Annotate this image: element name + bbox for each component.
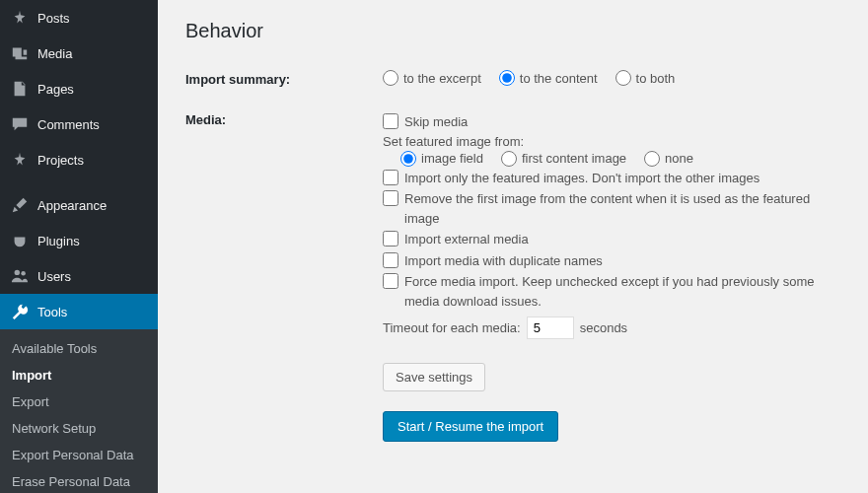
import-summary-row: Import summary: to the excerpt to the co… [185,70,840,87]
pin-icon [10,150,30,170]
radio-none[interactable] [644,151,660,167]
remove-first-checkbox[interactable] [383,190,398,206]
import-dup-checkbox[interactable] [383,252,398,268]
timeout-input[interactable] [527,317,574,339]
sidebar-label: Appearance [37,198,107,213]
users-icon [10,266,30,286]
import-external-line[interactable]: Import external media [383,230,840,249]
import-dup-line[interactable]: Import media with duplicate names [383,251,840,271]
page-title: Behavior [185,20,840,42]
featured-opt-none[interactable]: none [644,151,693,167]
import-external-checkbox[interactable] [383,231,398,246]
save-settings-button[interactable]: Save settings [383,363,485,391]
sidebar-label: Media [37,46,72,61]
import-only-checkbox[interactable] [383,170,398,185]
submenu-export[interactable]: Export [0,388,158,415]
sidebar-label: Plugins [37,234,80,248]
sidebar-label: Comments [37,117,100,132]
featured-opt-image-field[interactable]: image field [400,151,483,167]
import-summary-label: Import summary: [185,70,383,87]
media-label: Media: [185,110,383,339]
page-icon [10,79,30,99]
sidebar-label: Posts [37,11,70,26]
radio-excerpt[interactable] [383,70,398,86]
force-import-line[interactable]: Force media import. Keep unchecked excep… [383,272,840,311]
svg-point-0 [15,270,20,275]
svg-point-1 [21,271,26,276]
radio-content[interactable] [499,70,515,86]
sidebar-label: Users [37,269,71,284]
submenu-network-setup[interactable]: Network Setup [0,415,158,442]
submenu-erase-personal[interactable]: Erase Personal Data [0,468,158,493]
submenu-available-tools[interactable]: Available Tools [0,335,158,362]
summary-opt-excerpt[interactable]: to the excerpt [383,70,481,86]
sidebar-item-tools[interactable]: Tools [0,294,158,329]
sidebar-label: Tools [37,305,67,319]
remove-first-line[interactable]: Remove the first image from the content … [383,189,840,228]
sidebar-item-users[interactable]: Users [0,258,158,294]
wrench-icon [10,302,30,321]
radio-both[interactable] [615,70,631,86]
admin-sidebar: Posts Media Pages Comments Projects Appe… [0,0,158,493]
sidebar-item-pages[interactable]: Pages [0,71,158,106]
timeout-unit: seconds [580,320,627,335]
timeout-row: Timeout for each media: seconds [383,317,840,339]
radio-first-content[interactable] [501,151,517,167]
sidebar-item-media[interactable]: Media [0,35,158,71]
pin-icon [10,8,30,28]
timeout-label: Timeout for each media: [383,320,521,335]
force-import-checkbox[interactable] [383,273,398,289]
media-row: Media: Skip media Set featured image fro… [185,110,840,339]
comment-icon [10,114,30,134]
radio-image-field[interactable] [400,151,416,167]
sidebar-item-plugins[interactable]: Plugins [0,223,158,258]
import-only-line[interactable]: Import only the featured images. Don't i… [383,169,840,188]
media-icon [10,43,30,63]
sidebar-label: Pages [37,82,74,97]
sidebar-item-projects[interactable]: Projects [0,142,158,177]
submenu-export-personal[interactable]: Export Personal Data [0,442,158,468]
tools-submenu: Available Tools Import Export Network Se… [0,329,158,493]
content-area: Behavior Import summary: to the excerpt … [158,0,868,493]
brush-icon [10,195,30,215]
sidebar-item-posts[interactable]: Posts [0,0,158,35]
start-import-button[interactable]: Start / Resume the import [383,411,558,442]
featured-label: Set featured image from: [383,134,840,149]
featured-opt-first-content[interactable]: first content image [501,151,626,167]
summary-opt-both[interactable]: to both [615,70,676,86]
sidebar-item-appearance[interactable]: Appearance [0,187,158,223]
sidebar-label: Projects [37,153,84,168]
submenu-import[interactable]: Import [0,362,158,388]
skip-media-checkbox[interactable] [383,113,398,129]
sidebar-item-comments[interactable]: Comments [0,106,158,142]
plug-icon [10,231,30,250]
summary-opt-content[interactable]: to the content [499,70,598,86]
skip-media-line[interactable]: Skip media [383,112,840,132]
